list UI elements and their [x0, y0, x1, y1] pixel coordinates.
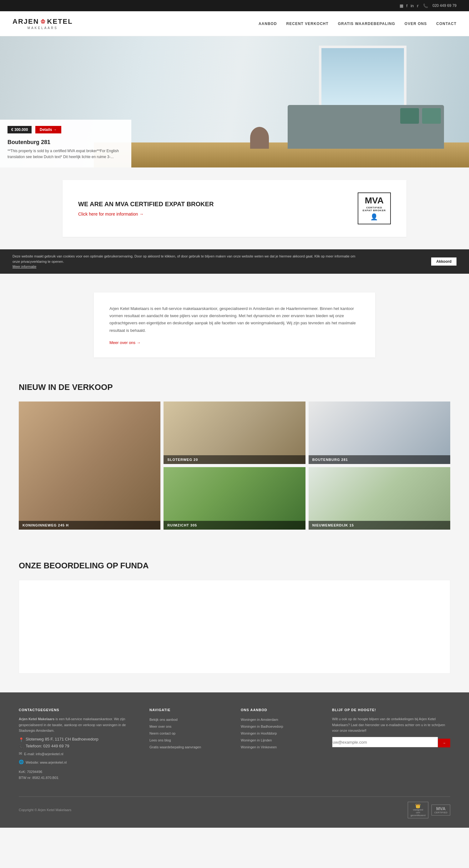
property-name-1: KONINGINNEWEG 245 H: [19, 521, 160, 530]
cookie-text-container: Deze website maakt gebruik van cookies v…: [12, 254, 356, 269]
footer-newsletter-text: Wilt u ook op de hoogte blijven van de o…: [332, 716, 450, 734]
hero-details-button[interactable]: Details →: [35, 126, 61, 133]
mva-logo-sub: CERTIFIEDEXPAT BROKER: [363, 206, 386, 212]
footer-nav-contact[interactable]: Neem contact op: [149, 730, 228, 737]
footer-phone-text: Telefoon: 020 449 69 79: [26, 744, 69, 748]
cookie-akkoord-button[interactable]: Akkoord: [431, 257, 457, 266]
footer-nav-aanbod[interactable]: Bekijk ons aanbod: [149, 716, 228, 723]
mva-badge-label: CERTIFIED: [434, 811, 447, 814]
cookie-message: Deze website maakt gebruik van cookies v…: [12, 254, 355, 264]
mva-logo-text: MVA: [363, 196, 386, 205]
header: ARJEN ♔ KETEL MAKELAARS AANBOD RECENT VE…: [0, 11, 469, 36]
footer-newsletter-form: →: [332, 737, 450, 747]
footer-nav-waardebepaling[interactable]: Gratis waardebepaling aanvragen: [149, 744, 228, 750]
property-image-4: [164, 467, 305, 530]
phone-icon: 📞: [423, 3, 428, 8]
logo-subtitle: MAKELAARS: [28, 26, 58, 30]
footer-newsletter-input[interactable]: [332, 737, 438, 747]
property-image-3: [309, 402, 450, 464]
footer-aanbod-title: ONS AANBOD: [241, 708, 320, 712]
footer-nav-title: NAVIGATIE: [149, 708, 228, 712]
hero-table-decoration: [250, 127, 269, 149]
twitter-icon[interactable]: 𝕣: [417, 3, 419, 8]
footer-phone: 📞 Telefoon: 020 449 69 79: [19, 744, 137, 749]
footer-newsletter-column: BLIJF OP DE HOOGTE! Wilt u ook op de hoo…: [332, 708, 450, 784]
properties-section: NIEUW IN DE VERKOOP KONINGINNEWEG 245 H …: [0, 376, 469, 548]
property-card-2[interactable]: SLOTERWEG 20: [164, 402, 305, 464]
footer-website-link[interactable]: Website: www.arjenketel.nl: [26, 759, 67, 766]
badge-icon-1: 👑: [411, 803, 426, 808]
logo-name-part1: ARJEN: [12, 18, 39, 26]
linkedin-icon[interactable]: in: [411, 3, 414, 8]
footer-nav-blog[interactable]: Lees ons blog: [149, 737, 228, 744]
mva-text: WE ARE AN MVA CERTIFIED EXPAT BROKER Cli…: [78, 200, 213, 217]
property-card-3[interactable]: BOUTENBURG 281: [309, 402, 450, 464]
nav-over-ons[interactable]: OVER ONS: [405, 22, 427, 26]
top-phone: 020 449 69 79: [433, 3, 457, 8]
funda-title: ONZE BEOORDELING OP FUNDA: [19, 561, 450, 570]
hero-description: **This property is sold by a certified M…: [7, 148, 124, 160]
footer-nav-over-ons[interactable]: Meer over ons: [149, 723, 228, 730]
mva-wrapper: WE ARE AN MVA CERTIFIED EXPAT BROKER Cli…: [0, 167, 469, 249]
logo[interactable]: ARJEN ♔ KETEL MAKELAARS: [12, 18, 73, 30]
mva-link[interactable]: Click here for more information →: [78, 212, 144, 217]
footer-contact-column: CONTACTGEGEVENS Arjen Ketel Makelaars is…: [19, 708, 137, 784]
mva-footer-badge: MVA CERTIFIED: [432, 805, 450, 815]
about-more-link[interactable]: Meer over ons →: [110, 340, 141, 345]
footer-email-link[interactable]: E-mail: info@arjenketel.nl: [24, 750, 63, 757]
badge-label-1: vastgoedcertgecertificeerd: [411, 808, 426, 817]
footer-aanbod-column: ONS AANBOD Woningen in Amsterdam Woninge…: [241, 708, 320, 784]
cookie-meer-info-link[interactable]: Meer informatie: [12, 265, 36, 269]
property-card-4[interactable]: RUIMZICHT 305: [164, 467, 305, 530]
instagram-icon[interactable]: ▦: [400, 3, 403, 8]
vastgoed-cert-badge: 👑 vastgoedcertgecertificeerd: [408, 802, 428, 818]
hero-price: € 300.000: [7, 126, 32, 133]
footer-badges: 👑 vastgoedcertgecertificeerd MVA CERTIFI…: [408, 802, 450, 818]
funda-rating-widget: [19, 580, 450, 674]
property-name-5: NIEUWEMEERDIJK 15: [309, 521, 450, 530]
hero-cushion1: [422, 108, 441, 124]
nav-contact[interactable]: CONTACT: [436, 22, 457, 26]
hero-sofa-decoration: [288, 105, 444, 149]
email-icon: ✉: [19, 751, 22, 756]
property-card-large[interactable]: KONINGINNEWEG 245 H: [19, 402, 160, 530]
hero-section: € 300.000 Details → Boutenburg 281 **Thi…: [0, 36, 469, 167]
footer-newsletter-submit[interactable]: →: [438, 739, 450, 747]
footer-contact-title: CONTACTGEGEVENS: [19, 708, 137, 712]
property-name-2: SLOTERWEG 20: [164, 455, 305, 464]
property-image-1: [19, 402, 160, 530]
footer-aanbod-vinkeveen[interactable]: Woningen in Vinkeveen: [241, 744, 320, 750]
hero-cushion2: [400, 108, 419, 124]
nav-aanbod[interactable]: AANBOD: [259, 22, 277, 26]
mva-logo: MVA CERTIFIEDEXPAT BROKER 👤: [358, 192, 391, 224]
footer-company-name: Arjen Ketel Makelaars: [19, 717, 54, 721]
footer-company-desc: Arjen Ketel Makelaars is een full-servic…: [19, 716, 137, 734]
location-icon: 📍: [19, 737, 24, 742]
properties-grid: KONINGINNEWEG 245 H SLOTERWEG 20 BOUTENB…: [19, 402, 450, 530]
footer-email: ✉ E-mail: info@arjenketel.nl: [19, 750, 137, 757]
facebook-icon[interactable]: f: [407, 3, 408, 8]
main-nav: AANBOD RECENT VERKOCHT GRATIS WAARDEBEPA…: [259, 22, 457, 26]
hero-overlay: € 300.000 Details → Boutenburg 281 **Thi…: [0, 120, 131, 167]
footer-address-text: Sloterweg 85 F, 1171 CH Badhoevedorp: [26, 737, 98, 741]
footer-aanbod-badhoevedorp[interactable]: Woningen in Badhoevedorp: [241, 723, 320, 730]
footer-aanbod-lijnden[interactable]: Woningen in Lijnden: [241, 737, 320, 744]
nav-recent-verkocht[interactable]: RECENT VERKOCHT: [286, 22, 329, 26]
social-icons: ▦ f in 𝕣: [400, 3, 419, 8]
footer-aanbod-hoofddorp[interactable]: Woningen in Hoofddorp: [241, 730, 320, 737]
funda-section: ONZE BEOORDELING OP FUNDA: [0, 548, 469, 692]
mva-heading: WE ARE AN MVA CERTIFIED EXPAT BROKER: [78, 200, 213, 208]
website-icon: 🌐: [19, 760, 24, 764]
top-bar: ▦ f in 𝕣 📞 020 449 69 79: [0, 0, 469, 11]
property-name-3: BOUTENBURG 281: [309, 455, 450, 464]
property-card-5[interactable]: NIEUWEMEERDIJK 15: [309, 467, 450, 530]
mva-card: WE ARE AN MVA CERTIFIED EXPAT BROKER Cli…: [62, 180, 407, 237]
footer-nav-column: NAVIGATIE Bekijk ons aanbod Meer over on…: [149, 708, 228, 784]
nav-gratis-waardebepaling[interactable]: GRATIS WAARDEBEPALING: [338, 22, 395, 26]
mva-logo-icon: 👤: [363, 213, 386, 221]
property-image-5: [309, 467, 450, 530]
cookie-bar: Deze website maakt gebruik van cookies v…: [0, 249, 469, 274]
property-image-2: [164, 402, 305, 464]
hero-title: Boutenburg 281: [7, 139, 124, 146]
footer-aanbod-amsterdam[interactable]: Woningen in Amsterdam: [241, 716, 320, 723]
